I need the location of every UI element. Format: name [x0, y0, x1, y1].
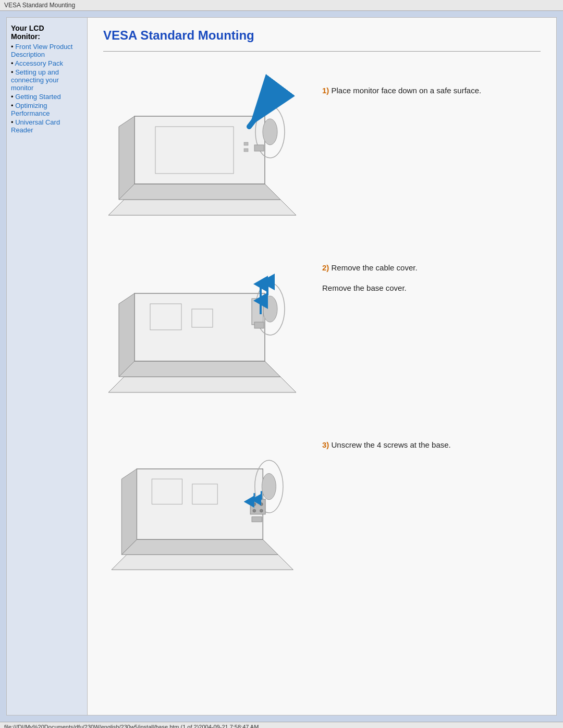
sidebar-item-accessory[interactable]: Accessory Pack [11, 59, 83, 67]
sidebar-link-accessory[interactable]: Accessory Pack [15, 59, 63, 67]
step-1-image [103, 64, 307, 220]
step-2-svg [103, 241, 307, 398]
svg-marker-1 [119, 184, 280, 200]
svg-marker-28 [121, 469, 137, 555]
step-1-section: 1) Place monitor face down on a safe sur… [103, 64, 541, 220]
sidebar-link-setting-up[interactable]: Setting up and connecting your monitor [11, 68, 59, 92]
svg-point-36 [260, 503, 263, 506]
svg-point-32 [262, 473, 276, 499]
svg-rect-9 [254, 145, 264, 151]
svg-rect-6 [244, 149, 248, 152]
sidebar: Your LCD Monitor: Front View Product Des… [7, 18, 88, 715]
svg-marker-0 [108, 200, 296, 215]
svg-rect-41 [252, 517, 262, 522]
sidebar-item-front-view[interactable]: Front View Product Description [11, 43, 83, 58]
sidebar-link-getting-started[interactable]: Getting Started [15, 93, 60, 101]
title-bar-text: VESA Standard Mounting [4, 2, 75, 9]
sidebar-heading1: Your LCD [11, 24, 44, 32]
step-2-section: 2) Remove the cable cover. Remove the ba… [103, 241, 541, 398]
step-1-text: 1) Place monitor face down on a safe sur… [322, 64, 541, 97]
step-3-image [103, 418, 307, 575]
sidebar-item-optimizing[interactable]: Optimizing Performance [11, 102, 83, 117]
svg-point-18 [263, 296, 277, 322]
step-3-text: 3) Unscrew the 4 screws at the base. [322, 418, 541, 451]
svg-marker-12 [119, 361, 280, 377]
svg-point-38 [260, 509, 263, 512]
step-3-desc: 3) Unscrew the 4 screws at the base. [322, 439, 541, 451]
svg-point-37 [253, 509, 256, 512]
step-2-desc2: Remove the base cover. [322, 282, 541, 294]
sidebar-link-optimizing[interactable]: Optimizing Performance [11, 102, 50, 117]
svg-marker-26 [121, 539, 278, 554]
svg-rect-5 [244, 142, 248, 145]
step-2-image [103, 241, 307, 398]
sidebar-heading2: Monitor [11, 32, 38, 41]
step-3-svg [103, 418, 307, 575]
step-2-desc: 2) Remove the cable cover. [322, 262, 541, 274]
svg-marker-11 [108, 377, 296, 392]
svg-rect-24 [254, 322, 264, 328]
step-1-svg [103, 64, 307, 220]
step-3-section: 3) Unscrew the 4 screws at the base. [103, 418, 541, 575]
svg-rect-33 [250, 499, 265, 514]
step-2-text: 2) Remove the cable cover. Remove the ba… [322, 241, 541, 294]
step-1-number: 1) [322, 86, 329, 95]
sidebar-link-card-reader[interactable]: Universal Card Reader [11, 118, 60, 134]
status-bar-text: file:///D|/My%20Documents/dfu/230W/engli… [4, 724, 259, 728]
status-bar: file:///D|/My%20Documents/dfu/230W/engli… [0, 722, 563, 728]
main-content: VESA Standard Mounting [88, 18, 556, 715]
title-divider [103, 51, 541, 52]
sidebar-item-setting-up[interactable]: Setting up and connecting your monitor [11, 68, 83, 92]
sidebar-item-card-reader[interactable]: Universal Card Reader [11, 118, 83, 134]
step-2-number: 2) [322, 263, 329, 272]
step-1-desc: 1) Place monitor face down on a safe sur… [322, 85, 541, 97]
svg-point-8 [263, 119, 277, 145]
step-3-number: 3) [322, 440, 329, 449]
svg-point-35 [253, 503, 256, 506]
sidebar-link-front-view[interactable]: Front View Product Description [11, 43, 72, 58]
svg-marker-25 [112, 554, 293, 570]
page-title: VESA Standard Mounting [103, 28, 541, 43]
title-bar: VESA Standard Mounting [0, 0, 563, 11]
sidebar-nav: Front View Product Description Accessory… [11, 43, 83, 134]
sidebar-item-getting-started[interactable]: Getting Started [11, 93, 83, 101]
